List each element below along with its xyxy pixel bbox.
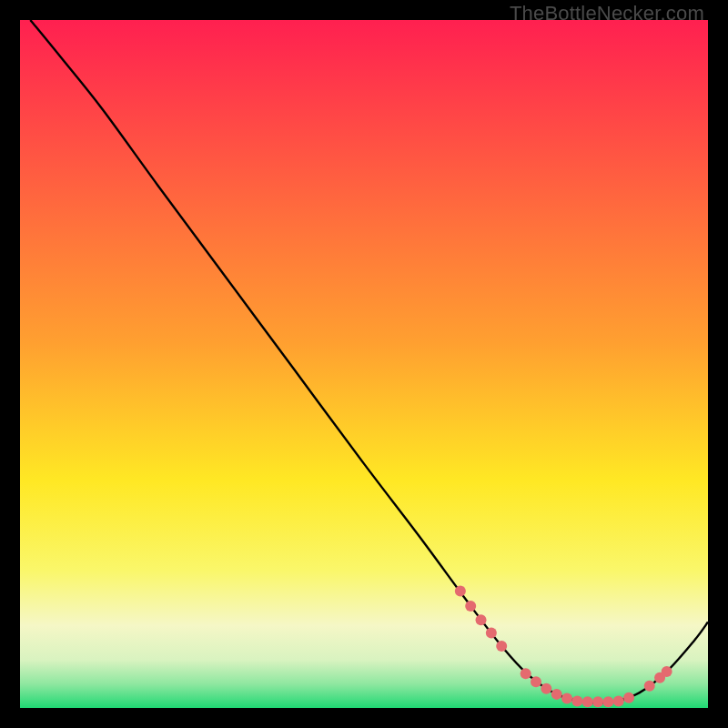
data-marker (602, 696, 613, 707)
data-marker (571, 695, 582, 706)
data-marker (623, 693, 634, 703)
data-marker (592, 696, 603, 707)
data-marker (561, 693, 572, 703)
data-marker (613, 695, 624, 706)
data-marker (541, 683, 551, 694)
data-marker (476, 614, 487, 625)
data-marker (465, 601, 476, 612)
data-marker (582, 696, 593, 707)
data-marker (455, 585, 466, 596)
chart-svg (20, 20, 708, 708)
data-marker (644, 681, 655, 692)
data-marker (551, 689, 562, 700)
chart-frame (20, 20, 708, 708)
data-marker (486, 628, 497, 639)
gradient-background (20, 20, 708, 708)
data-marker (531, 676, 541, 687)
data-marker (521, 668, 531, 679)
data-marker (496, 641, 507, 652)
watermark-text: TheBottleNecker.com (510, 2, 704, 25)
data-marker (662, 666, 672, 677)
